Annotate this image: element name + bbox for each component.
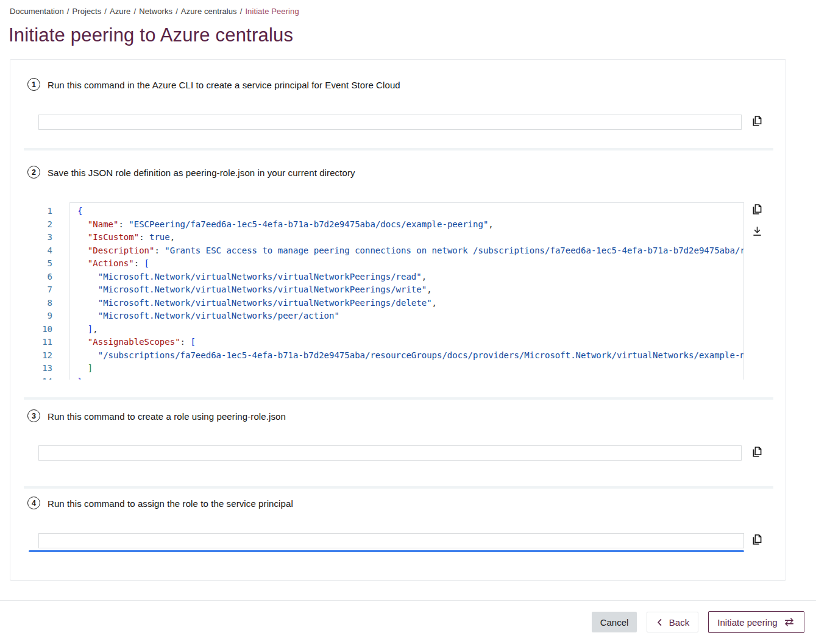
step-1-copy-button[interactable]: [751, 114, 764, 127]
divider: [24, 148, 773, 150]
json-role-editor[interactable]: 1{2 "Name": "ESCPeering/fa7eed6a-1ec5-4e…: [38, 202, 744, 380]
copy-icon: [751, 115, 764, 127]
step-4-number: 4: [27, 497, 40, 509]
line-code: "Microsoft.Network/virtualNetworks/virtu…: [69, 297, 744, 310]
editor-line: 4 "Description": "Grants ESC access to m…: [38, 244, 744, 258]
line-number: 11: [38, 336, 69, 349]
line-code: }: [69, 375, 744, 380]
line-number: 7: [38, 283, 69, 297]
page-title: Initiate peering to Azure centralus: [9, 24, 293, 46]
breadcrumb-separator: /: [67, 7, 69, 16]
step-2-number: 2: [27, 166, 40, 179]
step-3-number: 3: [27, 409, 40, 422]
breadcrumb-separator: /: [104, 7, 107, 16]
footer-divider: [0, 600, 816, 601]
editor-line: 10 ],: [38, 323, 744, 336]
cancel-button[interactable]: Cancel: [592, 612, 637, 632]
editor-line: 11 "AssignableScopes": [: [38, 336, 744, 349]
line-number: 4: [38, 244, 69, 258]
step-1-instruction: Run this command in the Azure CLI to cre…: [48, 80, 400, 90]
line-code: "Actions": [: [69, 257, 744, 271]
editor-lines: 1{2 "Name": "ESCPeering/fa7eed6a-1ec5-4e…: [38, 202, 744, 380]
breadcrumb-separator: /: [176, 7, 178, 16]
line-code: ]: [69, 362, 744, 375]
steps-card: 1 Run this command in the Azure CLI to c…: [10, 59, 786, 581]
line-number: 9: [38, 310, 69, 323]
line-code: "Microsoft.Network/virtualNetworks/virtu…: [69, 271, 744, 284]
line-code: "Description": "Grants ESC access to man…: [69, 244, 744, 258]
back-button-label: Back: [669, 617, 689, 628]
line-code: "Name": "ESCPeering/fa7eed6a-1ec5-4efa-b…: [69, 218, 744, 232]
breadcrumb-link[interactable]: Azure: [110, 7, 130, 16]
editor-line: 3 "IsCustom": true,: [38, 231, 744, 244]
editor-line: 8 "Microsoft.Network/virtualNetworks/vir…: [38, 297, 744, 310]
line-code: "/subscriptions/fa7eed6a-1ec5-4efa-b71a-…: [69, 349, 744, 363]
editor-line: 2 "Name": "ESCPeering/fa7eed6a-1ec5-4efa…: [38, 218, 744, 232]
line-code: {: [69, 205, 744, 218]
divider: [24, 397, 773, 400]
initiate-peering-button[interactable]: Initiate peering: [708, 611, 804, 633]
line-code: "Microsoft.Network/virtualNetworks/peer/…: [69, 310, 744, 323]
editor-line: 13 ]: [38, 362, 744, 375]
editor-line: 12 "/subscriptions/fa7eed6a-1ec5-4efa-b7…: [38, 349, 744, 363]
initiate-peering-label: Initiate peering: [717, 617, 777, 628]
transfer-arrows-icon: [783, 617, 795, 627]
download-icon: [751, 225, 764, 238]
breadcrumb-separator: /: [240, 7, 243, 16]
line-number: 8: [38, 297, 69, 310]
copy-icon: [751, 533, 764, 546]
line-code: "AssignableScopes": [: [69, 336, 744, 349]
step-3-copy-button[interactable]: [751, 445, 764, 458]
line-code: "Microsoft.Network/virtualNetworks/virtu…: [69, 283, 744, 297]
editor-line: 7 "Microsoft.Network/virtualNetworks/vir…: [38, 283, 744, 297]
line-code: "IsCustom": true,: [69, 231, 744, 244]
horizontal-scrollbar[interactable]: [29, 550, 744, 552]
divider: [24, 486, 773, 489]
step-4-command-field[interactable]: az role assignment create --role "ESCPee…: [38, 533, 744, 548]
copy-icon: [751, 203, 764, 216]
step-3-instruction: Run this command to create a role using …: [48, 411, 286, 422]
breadcrumb-separator: /: [133, 7, 136, 16]
line-code: ],: [69, 323, 744, 336]
line-number: 12: [38, 349, 69, 363]
step-3-command-field[interactable]: az role definition create --role-definit…: [38, 445, 742, 461]
line-number: 1: [38, 205, 69, 218]
copy-icon: [751, 445, 764, 458]
breadcrumb: Documentation/Projects/Azure/Networks/Az…: [10, 7, 299, 16]
back-button[interactable]: Back: [647, 612, 698, 632]
step-1-command-field[interactable]: az ad sp create --id e3899b11-4f6c-49ae-…: [38, 115, 742, 130]
step-4-copy-button[interactable]: [751, 533, 764, 546]
line-number: 2: [38, 218, 69, 232]
step-2-download-button[interactable]: [751, 224, 764, 238]
cancel-button-label: Cancel: [600, 617, 629, 628]
line-number: 14: [38, 375, 69, 380]
breadcrumb-link[interactable]: Projects: [72, 7, 101, 16]
breadcrumb-link[interactable]: Documentation: [10, 7, 64, 16]
editor-line: 9 "Microsoft.Network/virtualNetworks/pee…: [38, 310, 744, 323]
step-1-number: 1: [27, 78, 40, 91]
line-number: 10: [38, 323, 69, 336]
step-2-instruction: Save this JSON role definition as peerin…: [48, 168, 355, 178]
editor-line: 6 "Microsoft.Network/virtualNetworks/vir…: [38, 271, 744, 284]
line-number: 13: [38, 362, 69, 375]
chevron-left-icon: [656, 618, 664, 627]
line-number: 6: [38, 271, 69, 284]
breadcrumb-link[interactable]: Azure centralus: [181, 7, 237, 16]
breadcrumb-current: Initiate Peering: [245, 7, 299, 16]
step-4-instruction: Run this command to assign the role to t…: [48, 498, 293, 509]
step-2-copy-button[interactable]: [751, 202, 764, 216]
editor-line: 1{: [38, 205, 744, 218]
line-number: 5: [38, 257, 69, 271]
editor-line: 5 "Actions": [: [38, 257, 744, 271]
editor-line: 14}: [38, 375, 744, 380]
line-number: 3: [38, 231, 69, 244]
breadcrumb-link[interactable]: Networks: [139, 7, 172, 16]
